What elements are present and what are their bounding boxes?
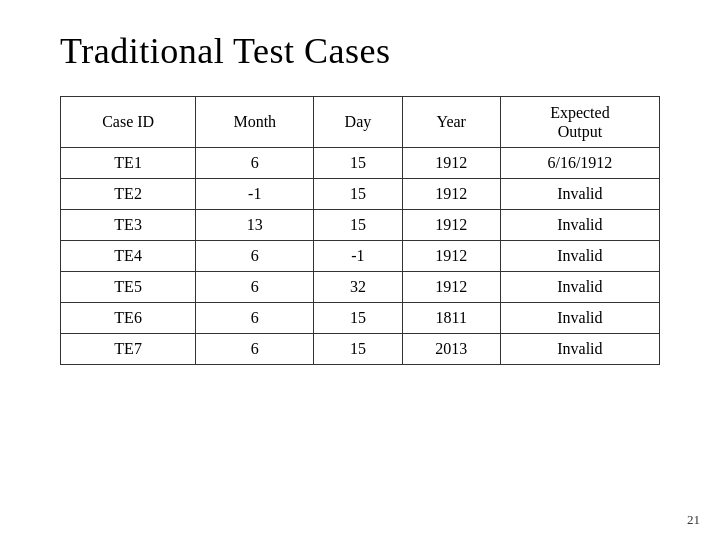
table-cell: Invalid (500, 179, 659, 210)
table-row: TE56321912Invalid (61, 272, 660, 303)
table-cell: 15 (314, 179, 402, 210)
col-header-month: Month (196, 97, 314, 148)
table-cell: 1912 (402, 179, 500, 210)
table-cell: TE5 (61, 272, 196, 303)
table-row: TE313151912Invalid (61, 210, 660, 241)
table-cell: 15 (314, 148, 402, 179)
table-row: TE76152013Invalid (61, 334, 660, 365)
table-cell: TE4 (61, 241, 196, 272)
table-cell: Invalid (500, 210, 659, 241)
table-cell: 6 (196, 303, 314, 334)
table-row: TE2-1151912Invalid (61, 179, 660, 210)
table-cell: 32 (314, 272, 402, 303)
table-cell: 1912 (402, 241, 500, 272)
table-cell: 15 (314, 334, 402, 365)
table-cell: 1811 (402, 303, 500, 334)
page-number: 21 (687, 512, 700, 528)
table-cell: -1 (314, 241, 402, 272)
table-cell: Invalid (500, 334, 659, 365)
table-row: TE46-11912Invalid (61, 241, 660, 272)
table-cell: 6/16/1912 (500, 148, 659, 179)
col-header-year: Year (402, 97, 500, 148)
table-cell: 6 (196, 334, 314, 365)
table-cell: 15 (314, 303, 402, 334)
table-cell: 6 (196, 148, 314, 179)
table-cell: 6 (196, 272, 314, 303)
table-row: TE161519126/16/1912 (61, 148, 660, 179)
table-cell: 15 (314, 210, 402, 241)
table-cell: Invalid (500, 303, 659, 334)
table-cell: TE1 (61, 148, 196, 179)
table-cell: 1912 (402, 272, 500, 303)
table-header-row: Case ID Month Day Year ExpectedOutput (61, 97, 660, 148)
table-cell: Invalid (500, 241, 659, 272)
slide: Traditional Test Cases Case ID Month Day… (0, 0, 720, 540)
col-header-expected-output: ExpectedOutput (500, 97, 659, 148)
table-cell: -1 (196, 179, 314, 210)
table-cell: Invalid (500, 272, 659, 303)
col-header-case-id: Case ID (61, 97, 196, 148)
col-header-day: Day (314, 97, 402, 148)
table-cell: TE7 (61, 334, 196, 365)
table-cell: 2013 (402, 334, 500, 365)
table-cell: 6 (196, 241, 314, 272)
table-cell: TE2 (61, 179, 196, 210)
table-cell: TE3 (61, 210, 196, 241)
table-cell: 13 (196, 210, 314, 241)
test-cases-table: Case ID Month Day Year ExpectedOutput TE… (60, 96, 660, 365)
table-cell: TE6 (61, 303, 196, 334)
table-row: TE66151811Invalid (61, 303, 660, 334)
table-cell: 1912 (402, 210, 500, 241)
table-cell: 1912 (402, 148, 500, 179)
slide-title: Traditional Test Cases (60, 30, 660, 72)
